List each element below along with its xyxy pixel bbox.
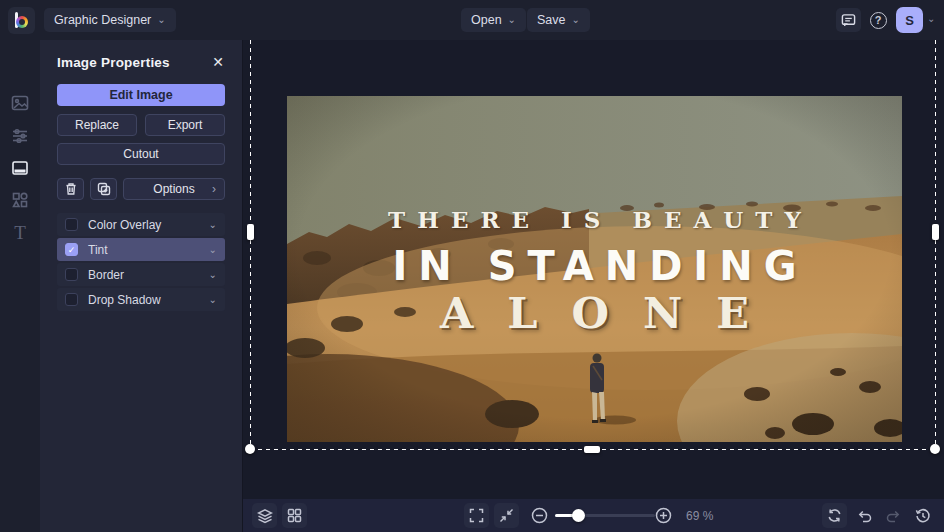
close-icon[interactable]: ✕ [208, 52, 228, 72]
image-icon [11, 94, 29, 112]
delete-button[interactable] [57, 178, 84, 200]
refresh-icon [827, 508, 842, 523]
reset-button[interactable] [822, 503, 847, 528]
minus-circle-icon [531, 507, 548, 524]
checkbox[interactable]: ✓ [65, 293, 78, 306]
selection-handle-mid-left[interactable] [247, 224, 254, 240]
fit-to-screen-button[interactable] [494, 503, 519, 528]
zoom-slider[interactable] [555, 514, 655, 517]
rail-text[interactable]: T [0, 217, 40, 249]
duplicate-button[interactable] [90, 178, 117, 200]
edit-image-button[interactable]: Edit Image [57, 84, 225, 106]
quote-line-2: IN STANDING [287, 243, 902, 289]
zoom-out-button[interactable] [527, 503, 552, 528]
question-icon: ? [870, 12, 887, 29]
redo-icon [885, 508, 901, 524]
app-mode-label: Graphic Designer [54, 13, 151, 27]
open-label: Open [471, 13, 502, 27]
canvas-image[interactable]: THERE IS BEAUTY IN STANDING ALONE [287, 96, 902, 442]
sliders-icon [11, 127, 29, 145]
shapes-icon [11, 191, 29, 209]
quote-line-3: ALONE [287, 288, 902, 338]
property-row-drop-shadow[interactable]: ✓ Drop Shadow ⌄ [57, 288, 225, 311]
property-row-color-overlay[interactable]: ✓ Color Overlay ⌄ [57, 213, 225, 236]
layout-icon [11, 159, 29, 177]
property-row-border[interactable]: ✓ Border ⌄ [57, 263, 225, 286]
image-properties-panel: Image Properties ✕ Edit Image Replace Ex… [40, 40, 243, 532]
options-label: Options [153, 182, 194, 196]
chevron-down-icon: ⌄ [209, 269, 217, 280]
undo-icon [857, 508, 873, 524]
logo-ring [16, 16, 28, 28]
quote-line-1: THERE IS BEAUTY [287, 206, 902, 233]
selection-handle-bottom-center[interactable] [584, 446, 600, 453]
chevron-down-icon: ⌄ [209, 294, 217, 305]
chevron-down-icon[interactable]: ⌄ [927, 13, 935, 24]
selection-border-right [935, 40, 936, 450]
duplicate-icon [97, 182, 111, 196]
selection-handle-mid-right[interactable] [932, 224, 939, 240]
grid-icon [287, 508, 302, 523]
top-bar: Graphic Designer ⌄ Open ⌄ Save ⌄ ? S ⌄ [0, 0, 944, 40]
text-tool-icon: T [14, 222, 26, 244]
open-button[interactable]: Open ⌄ [461, 8, 526, 32]
redo-button[interactable] [880, 503, 905, 528]
checkbox[interactable]: ✓ [65, 218, 78, 231]
rail-image-manager[interactable] [0, 87, 40, 119]
undo-button[interactable] [852, 503, 877, 528]
save-label: Save [537, 13, 566, 27]
zoom-slider-knob[interactable] [572, 509, 585, 522]
tool-rail: T [0, 40, 40, 532]
templates-button[interactable] [282, 503, 307, 528]
feedback-button[interactable] [836, 8, 861, 32]
history-clock-icon [915, 508, 931, 524]
save-button[interactable]: Save ⌄ [527, 8, 590, 32]
trash-icon [64, 182, 78, 196]
property-label: Drop Shadow [88, 293, 209, 307]
rail-graphics[interactable] [0, 184, 40, 216]
plus-circle-icon [655, 507, 672, 524]
image-quote-text: THERE IS BEAUTY IN STANDING ALONE [287, 96, 902, 442]
chevron-right-icon: › [212, 182, 216, 196]
export-button[interactable]: Export [145, 114, 225, 136]
history-button[interactable] [910, 503, 935, 528]
panel-title: Image Properties [57, 55, 170, 70]
layers-button[interactable] [252, 503, 277, 528]
collapse-icon [499, 508, 514, 523]
cutout-button[interactable]: Cutout [57, 143, 225, 165]
rail-layout-active[interactable] [0, 152, 40, 184]
chevron-down-icon: ⌄ [572, 14, 580, 25]
checkbox[interactable]: ✓ [65, 243, 78, 256]
replace-button[interactable]: Replace [57, 114, 137, 136]
checkbox[interactable]: ✓ [65, 268, 78, 281]
bottom-toolbar: 69 % [243, 499, 944, 532]
canvas-area: THERE IS BEAUTY IN STANDING ALONE [243, 40, 944, 499]
options-dropdown[interactable]: Options › [123, 178, 225, 200]
chevron-down-icon: ⌄ [157, 14, 165, 25]
chevron-down-icon: ⌄ [209, 219, 217, 230]
chat-icon [841, 13, 856, 28]
selection-border-left [250, 40, 251, 450]
chevron-down-icon: ⌄ [209, 244, 217, 255]
fullscreen-button[interactable] [464, 503, 489, 528]
help-button[interactable]: ? [866, 8, 890, 32]
rail-customize[interactable] [0, 120, 40, 152]
selection-handle-bottom-left[interactable] [245, 444, 255, 454]
zoom-in-button[interactable] [651, 503, 676, 528]
befunky-logo[interactable] [8, 7, 35, 34]
selection-handle-bottom-right[interactable] [930, 444, 940, 454]
layers-icon [257, 508, 273, 524]
app-mode-menu[interactable]: Graphic Designer ⌄ [44, 8, 176, 32]
property-label: Color Overlay [88, 218, 209, 232]
property-label: Tint [88, 243, 209, 257]
property-row-tint[interactable]: ✓ Tint ⌄ [57, 238, 225, 261]
chevron-down-icon: ⌄ [508, 14, 516, 25]
fullscreen-icon [469, 508, 484, 523]
property-label: Border [88, 268, 209, 282]
zoom-level-value: 69 % [686, 509, 713, 523]
user-avatar[interactable]: S [896, 7, 923, 33]
